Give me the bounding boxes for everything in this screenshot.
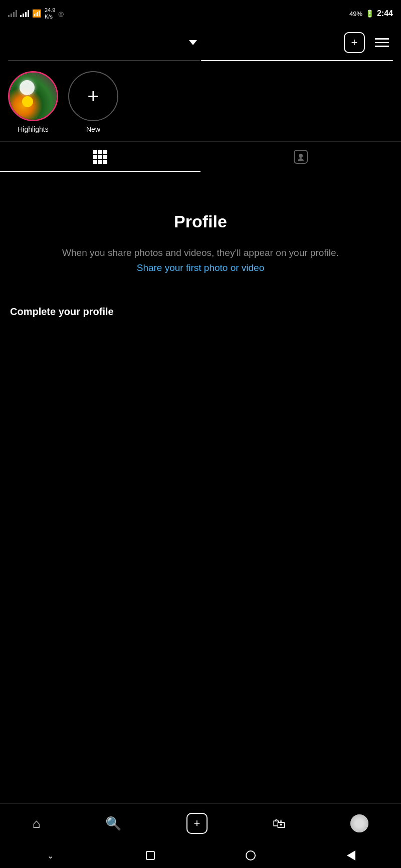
nav-shop-button[interactable]: 🛍: [271, 814, 288, 833]
signal-icon: [8, 10, 17, 17]
sys-home-button[interactable]: [245, 849, 257, 861]
square-icon: [146, 851, 155, 860]
tag-person-icon: [298, 154, 304, 160]
nav-add-icon: +: [186, 813, 208, 834]
nav-add-button[interactable]: +: [184, 811, 210, 836]
tab-indicator-1: [8, 60, 200, 61]
nav-search-button[interactable]: 🔍: [103, 814, 123, 833]
profile-avatar: [350, 814, 368, 832]
highlight-circle-new: +: [68, 71, 118, 121]
chevron-down-icon: [189, 40, 197, 45]
bottom-nav: ⌂ 🔍 + 🛍: [0, 803, 401, 843]
status-left: 📶 24.9K/s ◎: [8, 7, 64, 20]
add-post-button[interactable]: +: [344, 32, 365, 53]
signal-icon-2: [20, 10, 29, 17]
share-first-photo-link[interactable]: Share your first photo or video: [137, 260, 265, 275]
speed-text: 24.9K/s: [45, 7, 55, 20]
time-display: 2:44: [377, 9, 393, 18]
menu-line-1: [375, 38, 389, 40]
wifi-icon: 📶: [32, 9, 42, 18]
username-dropdown[interactable]: [189, 40, 197, 45]
nav-home-button[interactable]: ⌂: [31, 814, 43, 833]
flower-yellow: [22, 96, 33, 107]
add-highlight-icon: +: [87, 85, 99, 108]
highlight-image: [10, 73, 57, 120]
search-icon: 🔍: [105, 816, 121, 831]
status-right: 49% 🔋 2:44: [349, 9, 393, 18]
menu-button[interactable]: [375, 38, 389, 47]
highlight-label-highlights: Highlights: [18, 125, 48, 133]
complete-section: Complete your profile: [0, 296, 401, 374]
shop-icon: 🛍: [273, 816, 286, 831]
system-nav: ⌄: [0, 843, 401, 868]
nav-profile-button[interactable]: [348, 812, 370, 834]
tab-indicator-2: [201, 60, 393, 61]
sys-nav-button[interactable]: [345, 849, 357, 861]
main-content: Profile When you share photos and videos…: [0, 172, 401, 296]
highlight-item-new[interactable]: + New: [68, 71, 118, 133]
menu-line-2: [375, 42, 389, 44]
highlights-section: Highlights + New: [0, 65, 401, 137]
content-tabs: [0, 141, 401, 172]
data-icon: ◎: [58, 10, 64, 18]
menu-line-3: [375, 46, 389, 47]
profile-empty-desc: When you share photos and videos, they'l…: [62, 245, 339, 260]
tab-grid[interactable]: [0, 142, 200, 172]
battery-icon: 🔋: [365, 10, 374, 18]
flower-white: [20, 80, 35, 95]
highlight-item-highlights[interactable]: Highlights: [8, 71, 58, 133]
status-bar: 📶 24.9K/s ◎ 49% 🔋 2:44: [0, 0, 401, 25]
tag-icon: [294, 150, 308, 164]
profile-empty-title: Profile: [174, 212, 227, 231]
highlight-label-new: New: [86, 125, 100, 133]
tab-indicators: [0, 60, 401, 61]
top-nav: +: [0, 25, 401, 60]
plus-icon: +: [193, 817, 200, 830]
home-icon: ⌂: [33, 816, 41, 831]
sys-back-button[interactable]: ⌄: [44, 849, 56, 861]
grid-icon: [93, 150, 107, 164]
chevron-down-sys-icon: ⌄: [47, 851, 54, 860]
circle-icon: [246, 850, 256, 860]
complete-profile-title: Complete your profile: [10, 306, 391, 318]
highlight-circle-highlights: [8, 71, 58, 121]
sys-recents-button[interactable]: [144, 849, 156, 861]
add-post-icon: +: [351, 37, 358, 48]
tab-tagged[interactable]: [200, 142, 401, 172]
battery-percent: 49%: [349, 10, 362, 18]
triangle-icon: [347, 850, 355, 860]
nav-actions: +: [344, 32, 389, 53]
